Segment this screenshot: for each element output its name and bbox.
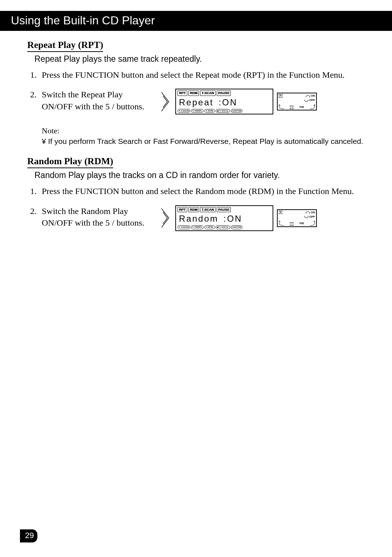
lcd-mode-value: ON	[222, 97, 237, 107]
curve-left-icon	[279, 106, 284, 109]
section-desc-rdm: Random Play plays the tracks on a CD in …	[34, 170, 372, 180]
lcd-tab-rdm: RDM	[188, 90, 199, 96]
lcd-main-text: Repeat:ON	[177, 96, 271, 109]
arc-down-icon	[304, 100, 309, 102]
lcd-side-panel: F ON OFF ⌞ ⌟ F	[277, 93, 317, 110]
lcd-tab-rpt: RPT	[177, 207, 187, 212]
note-block: Note: ¥ If you perform Track Search or F…	[42, 125, 372, 146]
pointer-icon	[161, 208, 172, 228]
step-2: Switch the Random Play ON/OFF with the 5…	[39, 205, 372, 231]
note-body: ¥ If you perform Track Search or Fast Fo…	[42, 136, 372, 146]
lcd-illustration-rdm: RPT RDM T.SCAN PAUSE Random:ON ∿S.BASS ∿…	[161, 205, 317, 231]
lcd-eq-vocal: ◀∿VOCAL	[216, 109, 230, 113]
lcd-tab-tscan: T.SCAN	[200, 207, 215, 212]
curve-left-icon	[279, 222, 284, 226]
lcd-eq-sbass: ∿S.BASS	[177, 109, 190, 113]
lcd-eq-pwrfl: ∿PWRFL	[191, 225, 203, 229]
lcd-on-label: ON	[311, 94, 315, 98]
steps-rpt: Press the FUNCTION button and select the…	[39, 69, 372, 114]
step-text: Press the FUNCTION button and select the…	[42, 70, 345, 80]
curve-right-icon	[310, 106, 315, 109]
lcd-tab-pause: PAUSE	[217, 90, 231, 96]
lcd-mode-value: ON	[227, 214, 242, 223]
note-label: Note:	[42, 125, 372, 136]
lcd-f-indicator: F	[279, 211, 282, 214]
lcd-tab-tscan: T.SCAN	[200, 90, 215, 96]
lcd-f-indicator: F	[279, 94, 282, 98]
step-text: Switch the Random Play ON/OFF with the 5…	[42, 205, 154, 229]
lcd-eq-sbass: ∿S.BASS	[177, 225, 190, 229]
step-1: Press the FUNCTION button and select the…	[39, 69, 372, 81]
section-heading-rdm: Random Play (RDM)	[27, 156, 113, 168]
lcd-fie-label: FIE	[299, 222, 304, 226]
lcd-eq-pwrfl: ∿PWRFL	[191, 109, 203, 113]
lcd-eq-ntrl: ∿NTRL	[204, 225, 215, 229]
arc-up-icon	[306, 211, 310, 214]
lcd-eq-custom: CUSTOM	[231, 225, 242, 229]
steps-rdm: Press the FUNCTION button and select the…	[39, 185, 372, 231]
lcd-mode-label: Random	[179, 214, 219, 223]
lcd-tab-pause: PAUSE	[217, 207, 231, 212]
lcd-tab-rpt: RPT	[177, 90, 187, 96]
lcd-on-label: ON	[311, 211, 315, 215]
curve-right-icon	[310, 222, 315, 226]
lcd-main-panel: RPT RDM T.SCAN PAUSE Repeat:ON ∿S.BASS ∿…	[175, 89, 273, 114]
lcd-eq-ntrl: ∿NTRL	[204, 109, 215, 113]
chapter-title-bar: Using the Built-in CD Player	[0, 11, 392, 31]
lcd-side-panel: F ON OFF ⌞ ⌟ F	[277, 209, 317, 227]
section-heading-rpt: Repeat Play (RPT)	[27, 40, 103, 52]
step-1: Press the FUNCTION button and select the…	[39, 185, 372, 197]
hourglass-icon	[290, 222, 294, 226]
step-text: Switch the Repeat Play ON/OFF with the 5…	[42, 89, 154, 112]
section-desc-rpt: Repeat Play plays the same track repeate…	[34, 54, 372, 64]
arc-down-icon	[304, 216, 309, 218]
step-2: Switch the Repeat Play ON/OFF with the 5…	[39, 89, 372, 114]
lcd-eq-vocal: ◀∿VOCAL	[216, 225, 230, 229]
chapter-title: Using the Built-in CD Player	[11, 14, 155, 27]
pointer-icon	[161, 92, 172, 112]
lcd-tab-rdm: RDM	[188, 207, 199, 212]
lcd-eq-custom: CUSTOM	[231, 109, 242, 113]
section-random: Random Play (RDM) Random Play plays the …	[20, 156, 372, 231]
lcd-main-text: Random:ON	[177, 212, 271, 225]
hourglass-icon	[290, 106, 294, 109]
page-number: 29	[20, 529, 37, 542]
arc-up-icon	[306, 95, 310, 97]
step-text: Press the FUNCTION button and select the…	[42, 186, 354, 196]
lcd-fie-label: FIE	[299, 105, 304, 109]
lcd-illustration-rpt: RPT RDM T.SCAN PAUSE Repeat:ON ∿S.BASS ∿…	[161, 89, 317, 114]
lcd-main-panel: RPT RDM T.SCAN PAUSE Random:ON ∿S.BASS ∿…	[175, 205, 273, 231]
lcd-mode-label: Repeat	[179, 97, 213, 107]
section-repeat: Repeat Play (RPT) Repeat Play plays the …	[20, 40, 372, 114]
